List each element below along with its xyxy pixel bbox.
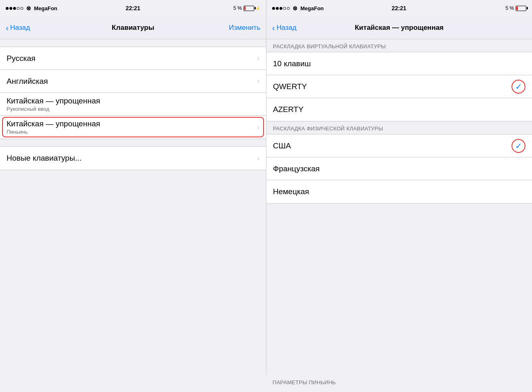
right-signal-dot-3 [280, 7, 282, 10]
right-item-usa-checkmark-icon: ✓ [515, 141, 522, 151]
right-virtual-list: 10 клавиш QWERTY ✓ AZERTY [266, 52, 532, 121]
right-wifi-icon: ⊗ [293, 5, 298, 11]
left-status-left: ⊗ MegaFon [6, 5, 57, 11]
right-item-10keys-check [512, 57, 525, 71]
right-item-qwerty-check-circle: ✓ [512, 80, 525, 94]
left-item-new-keyboards-content: Новые клавиатуры... [7, 154, 81, 163]
left-battery-percent: 5 % [233, 5, 242, 11]
right-battery [516, 6, 526, 11]
left-item-english-title: Английская [7, 77, 48, 86]
right-item-azerty[interactable]: AZERTY [266, 98, 532, 121]
right-item-usa[interactable]: США ✓ [266, 134, 532, 157]
left-item-new-keyboards-chevron-icon: › [257, 154, 259, 163]
left-item-chinese-pinyin[interactable]: Китайская — упрощенная Пиньинь › [0, 116, 266, 139]
right-virtual-section-header: РАСКЛАДКА ВИРТУАЛЬНОЙ КЛАВИАТУРЫ [266, 39, 532, 52]
right-signal-dot-2 [276, 7, 279, 10]
right-time: 22:21 [392, 5, 406, 11]
left-back-button[interactable]: ‹ Назад [6, 24, 30, 32]
left-item-chinese-pinyin-chevron-icon: › [257, 123, 259, 132]
left-item-chinese-handwriting-subtitle: Рукописный ввод [7, 106, 100, 112]
left-battery-fill [244, 7, 246, 10]
left-item-russian-chevron-icon: › [257, 54, 259, 63]
left-wifi-icon: ⊗ [26, 5, 31, 11]
left-battery: ⚡ [243, 6, 260, 11]
right-item-10keys-title: 10 клавиш [273, 59, 311, 68]
right-item-german[interactable]: Немецкая [266, 180, 532, 203]
right-status-left: ⊗ MegaFon [272, 5, 324, 11]
right-signal-dot-4 [283, 7, 286, 10]
left-item-new-keyboards-title: Новые клавиатуры... [7, 154, 81, 163]
right-item-qwerty-checkmark-icon: ✓ [515, 82, 522, 92]
right-signal-dot-1 [272, 7, 275, 10]
right-signal-dot-5 [287, 7, 290, 10]
left-spacer-top [0, 39, 266, 47]
right-nav-bar: ‹ Назад Китайская — упрощенная [266, 16, 532, 39]
left-item-english-content: Английская [7, 77, 48, 86]
right-nav-title: Китайская — упрощенная [355, 24, 444, 32]
left-item-chinese-pinyin-content: Китайская — упрощенная Пиньинь [7, 119, 100, 135]
left-nav-title: Клавиатуры [112, 24, 154, 32]
right-status-bar: ⊗ MegaFon 22:21 5 % [266, 0, 532, 16]
right-panel: ⊗ MegaFon 22:21 5 % ‹ Назад Китайская — … [266, 0, 532, 392]
left-time: 22:21 [126, 5, 140, 11]
left-nav-action[interactable]: Изменить [229, 24, 260, 32]
left-bottom-spacer [0, 170, 266, 392]
right-item-qwerty[interactable]: QWERTY ✓ [266, 75, 532, 98]
left-battery-icon [243, 6, 254, 11]
right-item-german-check [512, 185, 525, 199]
left-signal [6, 7, 23, 10]
left-list-group2: Новые клавиатуры... › [0, 146, 266, 170]
right-item-azerty-check [512, 103, 525, 116]
right-battery-fill [516, 7, 518, 10]
signal-dot-4 [17, 7, 20, 10]
left-item-russian-content: Русская [7, 54, 36, 63]
left-item-chinese-pinyin-subtitle: Пиньинь [7, 129, 100, 135]
left-status-right: 5 % ⚡ [233, 5, 260, 11]
left-item-chinese-handwriting-title: Китайская — упрощенная [7, 96, 100, 105]
right-item-french-title: Французская [273, 164, 320, 173]
signal-dot-5 [20, 7, 23, 10]
right-status-right: 5 % [505, 5, 526, 11]
left-item-new-keyboards[interactable]: Новые клавиатуры... › [0, 147, 266, 170]
left-carrier: MegaFon [34, 5, 57, 11]
left-item-russian-title: Русская [7, 54, 36, 63]
right-item-usa-title: США [273, 141, 291, 150]
right-bottom-spacer: ПАРАМЕТРЫ ПИНЬИНЬ [266, 204, 532, 392]
right-battery-icon [516, 6, 526, 11]
right-item-french[interactable]: Французская [266, 157, 532, 180]
right-item-french-check [512, 162, 525, 176]
right-signal [272, 7, 290, 10]
left-nav-bar: ‹ Назад Клавиатуры Изменить [0, 16, 266, 39]
left-item-chinese-pinyin-title: Китайская — упрощенная [7, 119, 100, 128]
left-item-english[interactable]: Английская › [0, 70, 266, 93]
right-item-azerty-title: AZERTY [273, 105, 304, 114]
left-item-english-chevron-icon: › [257, 77, 259, 85]
right-carrier: MegaFon [300, 5, 324, 11]
left-item-chinese-handwriting[interactable]: Китайская — упрощенная Рукописный ввод [0, 93, 266, 116]
right-back-label: Назад [277, 24, 297, 32]
right-physical-list: США ✓ Французская Немецкая [266, 134, 532, 204]
right-bottom-section-header: ПАРАМЕТРЫ ПИНЬИНЬ [266, 375, 532, 392]
right-back-chevron-icon: ‹ [272, 24, 275, 32]
left-spacer-mid [0, 139, 266, 146]
left-status-bar: ⊗ MegaFon 22:21 5 % ⚡ [0, 0, 266, 16]
right-item-qwerty-title: QWERTY [273, 82, 307, 91]
left-back-label: Назад [10, 24, 30, 32]
left-bolt-icon: ⚡ [255, 6, 260, 11]
signal-dot-2 [9, 7, 12, 10]
left-list-group1: Русская › Английская › Китайская — упрощ… [0, 47, 266, 139]
left-item-chinese-handwriting-content: Китайская — упрощенная Рукописный ввод [7, 96, 100, 112]
right-physical-section-header: РАСКЛАДКА ФИЗИЧЕСКОЙ КЛАВИАТУРЫ [266, 121, 532, 134]
right-item-usa-check-circle: ✓ [512, 139, 525, 153]
right-item-10keys[interactable]: 10 клавиш [266, 52, 532, 75]
right-back-button[interactable]: ‹ Назад [272, 24, 296, 32]
left-item-russian[interactable]: Русская › [0, 47, 266, 70]
signal-dot-1 [6, 7, 9, 10]
left-back-chevron-icon: ‹ [6, 24, 9, 32]
right-item-german-title: Немецкая [273, 187, 309, 196]
right-battery-percent: 5 % [505, 5, 514, 11]
signal-dot-3 [13, 7, 16, 10]
left-panel: ⊗ MegaFon 22:21 5 % ⚡ ‹ Назад Клавиатуры… [0, 0, 266, 392]
